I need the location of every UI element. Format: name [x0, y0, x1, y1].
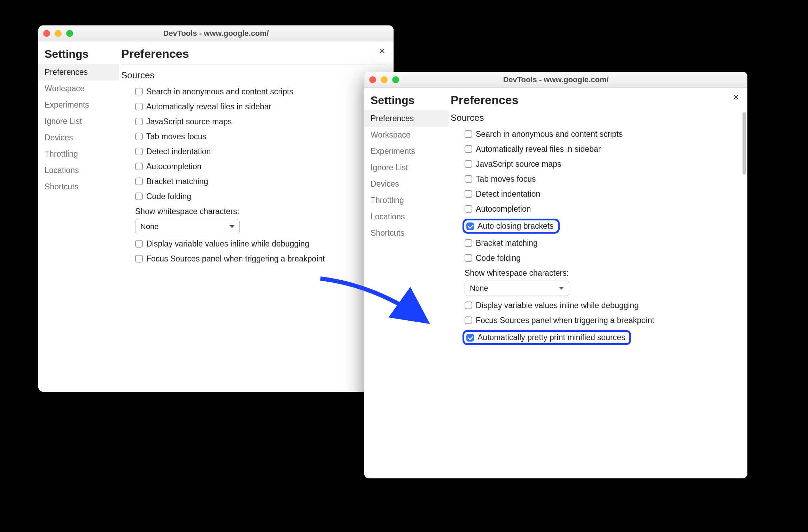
close-window-button[interactable]	[369, 76, 376, 83]
option-label: Focus Sources panel when triggering a br…	[476, 316, 654, 325]
option-display-variable-values-inline-while-debugging[interactable]: Display variable values inline while deb…	[121, 236, 385, 251]
sidebar: Settings PreferencesWorkspaceExperiments…	[364, 88, 451, 478]
option-bracket-matching[interactable]: Bracket matching	[121, 174, 385, 189]
checkbox[interactable]	[135, 148, 143, 155]
option-label: JavaScript source maps	[476, 159, 561, 169]
sidebar-item-locations[interactable]: Locations	[38, 162, 121, 179]
checkbox[interactable]	[466, 334, 474, 342]
option-focus-sources-panel-when-triggering-a-breakpoint[interactable]: Focus Sources panel when triggering a br…	[121, 251, 385, 266]
checkbox[interactable]	[135, 178, 143, 185]
option-search-in-anonymous-and-content-scripts[interactable]: Search in anonymous and content scripts	[451, 127, 739, 142]
option-tab-moves-focus[interactable]: Tab moves focus	[121, 129, 385, 144]
window-controls	[43, 30, 73, 37]
option-autocompletion[interactable]: Autocompletion	[121, 159, 385, 174]
checkbox[interactable]	[465, 316, 472, 324]
checkbox[interactable]	[135, 88, 143, 95]
minimize-window-button[interactable]	[55, 30, 62, 37]
checkbox[interactable]	[135, 240, 143, 248]
whitespace-select[interactable]: None	[135, 219, 240, 234]
minimize-window-button[interactable]	[381, 76, 388, 83]
option-focus-sources-panel-when-triggering-a-breakpoint[interactable]: Focus Sources panel when triggering a br…	[451, 313, 739, 328]
sidebar-title: Settings	[364, 91, 451, 110]
sidebar-item-workspace[interactable]: Workspace	[38, 80, 121, 97]
checkbox[interactable]	[465, 239, 472, 247]
option-label: JavaScript source maps	[146, 117, 232, 126]
close-icon[interactable]: ×	[379, 46, 385, 56]
whitespace-select[interactable]: None	[465, 281, 569, 296]
checkbox[interactable]	[466, 222, 474, 230]
sidebar-item-locations[interactable]: Locations	[364, 209, 451, 225]
sidebar-item-throttling[interactable]: Throttling	[364, 192, 451, 209]
option-label: Display variable values inline while deb…	[476, 301, 639, 310]
sidebar-item-shortcuts[interactable]: Shortcuts	[38, 179, 121, 195]
checkbox[interactable]	[465, 160, 472, 168]
titlebar[interactable]: DevTools - www.google.com/	[38, 25, 394, 41]
option-javascript-source-maps[interactable]: JavaScript source maps	[451, 157, 739, 172]
checkbox[interactable]	[135, 163, 143, 170]
titlebar[interactable]: DevTools - www.google.com/	[364, 72, 747, 88]
option-label: Tab moves focus	[146, 132, 207, 141]
close-window-button[interactable]	[43, 30, 50, 37]
option-javascript-source-maps[interactable]: JavaScript source maps	[121, 114, 385, 129]
option-automatically-reveal-files-in-sidebar[interactable]: Automatically reveal files in sidebar	[121, 99, 385, 114]
option-autocompletion[interactable]: Autocompletion	[451, 202, 739, 217]
option-label: Automatically reveal files in sidebar	[146, 102, 271, 111]
checkbox[interactable]	[135, 133, 143, 140]
chevron-down-icon	[230, 225, 234, 228]
scrollbar[interactable]	[743, 112, 746, 175]
whitespace-select-value: None	[140, 222, 159, 231]
option-detect-indentation[interactable]: Detect indentation	[121, 144, 385, 159]
option-detect-indentation[interactable]: Detect indentation	[451, 187, 739, 202]
sidebar-item-throttling[interactable]: Throttling	[38, 146, 121, 162]
sidebar-item-workspace[interactable]: Workspace	[364, 127, 451, 143]
sidebar-item-devices[interactable]: Devices	[364, 176, 451, 192]
section-sources-title: Sources	[121, 68, 385, 84]
checkbox[interactable]	[465, 130, 472, 138]
checkbox[interactable]	[465, 302, 472, 309]
close-icon[interactable]: ×	[733, 92, 739, 102]
checkbox[interactable]	[465, 190, 472, 198]
window-body: Settings PreferencesWorkspaceExperiments…	[364, 88, 747, 478]
checkbox[interactable]	[135, 193, 143, 200]
sidebar-item-ignore-list[interactable]: Ignore List	[364, 159, 451, 176]
sidebar-item-shortcuts[interactable]: Shortcuts	[364, 225, 451, 241]
option-automatically-reveal-files-in-sidebar[interactable]: Automatically reveal files in sidebar	[451, 142, 739, 157]
highlighted-option-auto-closing-brackets[interactable]: Auto closing brackets	[463, 219, 560, 234]
option-label: Automatically pretty print minified sour…	[477, 333, 625, 342]
whitespace-select-value: None	[470, 284, 488, 293]
sidebar-item-preferences[interactable]: Preferences	[38, 64, 119, 80]
option-tab-moves-focus[interactable]: Tab moves focus	[451, 172, 739, 187]
checkbox[interactable]	[135, 103, 143, 110]
divider	[121, 64, 385, 64]
sidebar-item-devices[interactable]: Devices	[38, 130, 121, 146]
sidebar-item-experiments[interactable]: Experiments	[38, 97, 121, 113]
checkbox[interactable]	[465, 145, 472, 153]
window-title: DevTools - www.google.com/	[364, 75, 747, 84]
checkbox[interactable]	[465, 205, 472, 213]
checkbox[interactable]	[465, 254, 472, 262]
zoom-window-button[interactable]	[66, 30, 73, 37]
sidebar-item-preferences[interactable]: Preferences	[364, 110, 449, 127]
checkbox[interactable]	[135, 255, 143, 263]
option-bracket-matching[interactable]: Bracket matching	[451, 236, 739, 251]
option-label: Detect indentation	[476, 189, 540, 199]
option-display-variable-values-inline-while-debugging[interactable]: Display variable values inline while deb…	[451, 298, 739, 313]
sidebar-item-experiments[interactable]: Experiments	[364, 143, 451, 159]
option-label: Detect indentation	[146, 147, 211, 156]
sidebar-item-ignore-list[interactable]: Ignore List	[38, 113, 121, 130]
whitespace-select-row: Show whitespace characters: None	[451, 266, 739, 298]
checkbox[interactable]	[135, 118, 143, 125]
window-controls	[369, 76, 399, 83]
checkbox[interactable]	[465, 175, 472, 183]
option-label: Automatically reveal files in sidebar	[476, 144, 601, 154]
sidebar-title: Settings	[38, 45, 121, 64]
option-search-in-anonymous-and-content-scripts[interactable]: Search in anonymous and content scripts	[121, 84, 385, 99]
option-label: Focus Sources panel when triggering a br…	[146, 254, 325, 264]
window-title: DevTools - www.google.com/	[38, 29, 394, 38]
zoom-window-button[interactable]	[392, 76, 399, 83]
highlighted-option-automatically-pretty-print-minified-sources[interactable]: Automatically pretty print minified sour…	[463, 330, 631, 345]
option-code-folding[interactable]: Code folding	[121, 189, 385, 204]
section-sources-title: Sources	[451, 110, 739, 127]
option-code-folding[interactable]: Code folding	[451, 251, 739, 266]
option-label: Bracket matching	[476, 238, 538, 248]
